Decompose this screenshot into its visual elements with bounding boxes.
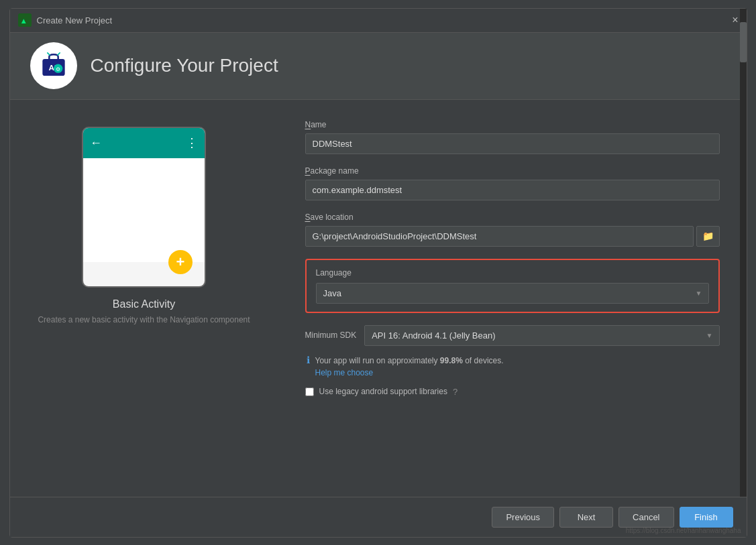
package-name-field-group: Package name xyxy=(305,166,720,200)
legacy-support-row: Use legacy android support libraries ? xyxy=(305,387,720,397)
fab-button: + xyxy=(168,250,193,274)
phone-toolbar: ← ⋮ xyxy=(83,128,205,158)
language-select[interactable]: Java Kotlin xyxy=(316,283,709,304)
save-location-label: Save location xyxy=(305,213,720,222)
svg-text:⚙: ⚙ xyxy=(56,66,60,72)
footer-url: https://blog.csdn.net/hanhanwanghaha xyxy=(626,527,741,534)
info-content: Your app will run on approximately 99.8%… xyxy=(315,354,504,377)
finish-button[interactable]: Finish xyxy=(680,507,733,528)
language-select-wrapper: Java Kotlin ▼ xyxy=(316,283,709,304)
min-sdk-label: Minimum SDK xyxy=(305,330,357,340)
name-label: Name xyxy=(305,120,720,129)
browse-folder-button[interactable]: 📁 xyxy=(696,226,720,247)
language-label: Language xyxy=(316,268,709,278)
save-location-input[interactable] xyxy=(305,226,694,247)
info-row: ℹ Your app will run on approximately 99.… xyxy=(307,354,720,377)
dialog-footer: Previous Next Cancel Finish https://blog… xyxy=(10,497,747,537)
phone-screen-content xyxy=(83,158,205,262)
previous-button[interactable]: Previous xyxy=(492,507,554,528)
svg-text:▲: ▲ xyxy=(19,16,28,25)
cancel-button[interactable]: Cancel xyxy=(618,507,673,528)
folder-icon: 📁 xyxy=(702,231,714,241)
activity-description: Creates a new basic activity with the Na… xyxy=(38,314,250,326)
close-button[interactable]: × xyxy=(732,15,738,25)
dialog-title: Create New Project xyxy=(37,15,113,25)
android-studio-icon: ▲ xyxy=(18,13,32,27)
save-location-field-group: Save location 📁 xyxy=(305,213,720,247)
title-bar: ▲ Create New Project × xyxy=(10,9,747,33)
title-bar-left: ▲ Create New Project xyxy=(18,13,113,27)
help-me-choose-link[interactable]: Help me choose xyxy=(315,368,504,377)
phone-preview: ← ⋮ + xyxy=(82,127,206,288)
page-title: Configure Your Project xyxy=(91,55,278,76)
min-sdk-select[interactable]: API 16: Android 4.1 (Jelly Bean) API 21:… xyxy=(364,325,719,346)
dialog-header: AI ⚙ Configure Your Project xyxy=(10,33,747,100)
info-icon: ℹ xyxy=(307,355,310,365)
activity-type-label: Basic Activity xyxy=(113,298,175,310)
package-name-input[interactable] xyxy=(305,180,720,200)
left-panel: ← ⋮ + Basic Activity Creates a new basic… xyxy=(10,100,278,497)
scrollbar-track[interactable] xyxy=(740,100,747,497)
legacy-support-label: Use legacy android support libraries xyxy=(319,387,447,396)
main-content: ← ⋮ + Basic Activity Creates a new basic… xyxy=(10,100,747,497)
create-project-dialog: ▲ Create New Project × AI ⚙ xyxy=(9,8,747,538)
next-button[interactable]: Next xyxy=(559,507,613,528)
info-text: Your app will run on approximately 99.8%… xyxy=(315,356,504,365)
save-location-wrapper: 📁 xyxy=(305,226,720,247)
min-sdk-select-wrapper: API 16: Android 4.1 (Jelly Bean) API 21:… xyxy=(364,325,719,346)
right-panel: Name Package name Save location xyxy=(278,100,747,497)
package-name-label: Package name xyxy=(305,166,720,176)
back-arrow-icon: ← xyxy=(90,136,102,150)
name-field-group: Name xyxy=(305,120,720,154)
name-input[interactable] xyxy=(305,133,720,154)
logo-icon: AI ⚙ xyxy=(37,49,70,82)
min-sdk-row: Minimum SDK API 16: Android 4.1 (Jelly B… xyxy=(305,325,720,346)
header-logo: AI ⚙ xyxy=(30,42,77,89)
kebab-menu-icon: ⋮ xyxy=(186,135,198,150)
legacy-support-checkbox[interactable] xyxy=(305,387,314,396)
checkbox-help-icon: ? xyxy=(453,387,457,397)
language-section: Language Java Kotlin ▼ xyxy=(305,259,720,313)
